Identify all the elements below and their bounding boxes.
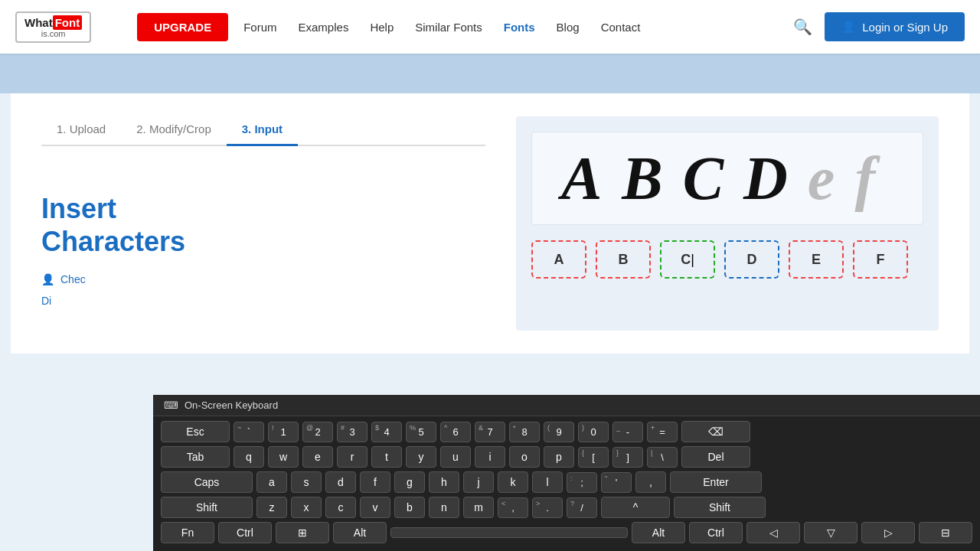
key-tab[interactable]: Tab bbox=[161, 446, 230, 468]
key-5[interactable]: %5 bbox=[406, 422, 436, 442]
key-j[interactable]: j bbox=[463, 471, 494, 493]
key-esc[interactable]: Esc bbox=[161, 421, 230, 442]
key-arrow-right[interactable]: ▷ bbox=[861, 522, 915, 543]
key-alt-right[interactable]: Alt bbox=[632, 522, 685, 543]
key-quote[interactable]: "' bbox=[601, 472, 632, 493]
key-up[interactable]: ^ bbox=[601, 497, 670, 518]
char-input-C[interactable]: C bbox=[660, 240, 715, 279]
key-f[interactable]: f bbox=[360, 471, 390, 493]
key-enter[interactable]: Enter bbox=[670, 471, 762, 493]
key-backspace[interactable]: ⌫ bbox=[681, 421, 750, 442]
check-row: 👤 Chec bbox=[41, 273, 485, 285]
nav-forum[interactable]: Forum bbox=[243, 21, 276, 34]
font-char-f: f bbox=[848, 148, 881, 209]
step-modify[interactable]: 2. Modify/Crop bbox=[121, 116, 227, 145]
key-n[interactable]: n bbox=[429, 497, 459, 518]
kb-row-1: Esc ~` !1 @2 #3 $4 %5 ^6 &7 *8 (9 )0 _- … bbox=[161, 421, 972, 442]
nav-similar-fonts[interactable]: Similar Fonts bbox=[415, 21, 482, 34]
key-w[interactable]: w bbox=[268, 446, 299, 468]
key-o[interactable]: o bbox=[509, 446, 540, 468]
key-h[interactable]: h bbox=[429, 471, 459, 493]
key-2[interactable]: @2 bbox=[302, 422, 333, 442]
key-c[interactable]: c bbox=[325, 497, 356, 518]
kb-row-5: Fn Ctrl ⊞ Alt Alt Ctrl ◁ ▽ ▷ ⊟ bbox=[161, 522, 972, 543]
logo[interactable]: WhatFont is.com bbox=[15, 11, 106, 43]
key-i[interactable]: i bbox=[475, 446, 505, 468]
nav-help[interactable]: Help bbox=[370, 21, 394, 34]
keyboard-icon: ⌨ bbox=[164, 399, 178, 411]
key-space[interactable] bbox=[390, 527, 628, 538]
key-alt-left[interactable]: Alt bbox=[333, 522, 387, 543]
key-a[interactable]: a bbox=[256, 471, 287, 493]
key-d[interactable]: d bbox=[325, 471, 356, 493]
key-shift-left[interactable]: Shift bbox=[161, 497, 253, 518]
kb-row-3: Caps a s d f g h j k l :; "' , Enter bbox=[161, 471, 972, 493]
key-slash[interactable]: ?/ bbox=[567, 497, 597, 518]
key-shift-right[interactable]: Shift bbox=[674, 497, 766, 518]
key-ctrl-left[interactable]: Ctrl bbox=[218, 522, 272, 543]
key-k[interactable]: k bbox=[498, 471, 528, 493]
char-input-F[interactable]: F bbox=[853, 240, 908, 279]
key-fn[interactable]: Fn bbox=[161, 522, 214, 543]
right-panel: A B C D e f A B C D E F bbox=[516, 116, 939, 331]
key-7[interactable]: &7 bbox=[475, 422, 505, 442]
key-6[interactable]: ^6 bbox=[440, 422, 471, 442]
key-b[interactable]: b bbox=[394, 497, 425, 518]
key-del[interactable]: Del bbox=[681, 446, 750, 468]
key-win-right[interactable]: ⊟ bbox=[919, 522, 972, 543]
key-0[interactable]: )0 bbox=[578, 422, 609, 442]
key-minus[interactable]: _- bbox=[612, 422, 643, 442]
char-input-B[interactable]: B bbox=[596, 240, 651, 279]
key-arrow-left[interactable]: ◁ bbox=[746, 522, 800, 543]
nav-contact[interactable]: Contact bbox=[601, 21, 641, 34]
key-q[interactable]: q bbox=[234, 446, 264, 468]
key-e[interactable]: e bbox=[302, 446, 333, 468]
key-x[interactable]: x bbox=[291, 497, 322, 518]
char-input-E[interactable]: E bbox=[789, 240, 844, 279]
step-input[interactable]: 3. Input bbox=[227, 116, 298, 145]
key-s[interactable]: s bbox=[291, 471, 322, 493]
key-ctrl-right[interactable]: Ctrl bbox=[689, 522, 743, 543]
key-8[interactable]: *8 bbox=[509, 422, 540, 442]
step-upload[interactable]: 1. Upload bbox=[41, 116, 121, 145]
nav-blog[interactable]: Blog bbox=[557, 21, 580, 34]
key-p[interactable]: p bbox=[544, 446, 574, 468]
key-comma[interactable]: <, bbox=[498, 497, 528, 518]
key-r[interactable]: r bbox=[337, 446, 368, 468]
key-v[interactable]: v bbox=[360, 497, 390, 518]
key-4[interactable]: $4 bbox=[371, 422, 402, 442]
key-tilde[interactable]: ~` bbox=[234, 422, 264, 442]
nav-fonts[interactable]: Fonts bbox=[504, 21, 535, 34]
key-u[interactable]: u bbox=[440, 446, 471, 468]
key-y[interactable]: y bbox=[406, 446, 436, 468]
kb-row-4: Shift z x c v b n m <, >. ?/ ^ Shift bbox=[161, 497, 972, 518]
key-g[interactable]: g bbox=[394, 471, 425, 493]
key-t[interactable]: t bbox=[371, 446, 402, 468]
on-screen-keyboard: ⌨ On-Screen Keyboard Esc ~` !1 @2 #3 $4 … bbox=[153, 395, 980, 551]
nav-examples[interactable]: Examples bbox=[299, 21, 349, 34]
key-backslash[interactable]: |\ bbox=[647, 447, 678, 468]
char-input-D[interactable]: D bbox=[724, 240, 779, 279]
font-char-A: A bbox=[555, 148, 608, 209]
key-arrow-down[interactable]: ▽ bbox=[804, 522, 858, 543]
key-bracket-open[interactable]: {[ bbox=[578, 447, 609, 468]
keyboard-rows: Esc ~` !1 @2 #3 $4 %5 ^6 &7 *8 (9 )0 _- … bbox=[153, 416, 980, 551]
key-l[interactable]: l bbox=[532, 471, 563, 493]
key-comma-row3[interactable]: , bbox=[635, 471, 666, 493]
key-3[interactable]: #3 bbox=[337, 422, 368, 442]
key-m[interactable]: m bbox=[463, 497, 494, 518]
char-input-A[interactable]: A bbox=[531, 240, 586, 279]
login-button[interactable]: 👤 Login or Sign Up bbox=[825, 12, 965, 41]
key-9[interactable]: (9 bbox=[544, 422, 574, 442]
key-caps[interactable]: Caps bbox=[161, 471, 253, 493]
search-button[interactable]: 🔍 bbox=[793, 18, 812, 36]
font-char-e: e bbox=[802, 148, 841, 209]
upgrade-button[interactable]: UPGRADE bbox=[137, 13, 228, 41]
key-period[interactable]: >. bbox=[532, 497, 563, 518]
key-win-left[interactable]: ⊞ bbox=[276, 522, 329, 543]
key-semicolon[interactable]: :; bbox=[567, 472, 597, 493]
key-1[interactable]: !1 bbox=[268, 422, 299, 442]
key-equals[interactable]: += bbox=[647, 422, 678, 442]
key-bracket-close[interactable]: }] bbox=[612, 447, 643, 468]
key-z[interactable]: z bbox=[256, 497, 287, 518]
